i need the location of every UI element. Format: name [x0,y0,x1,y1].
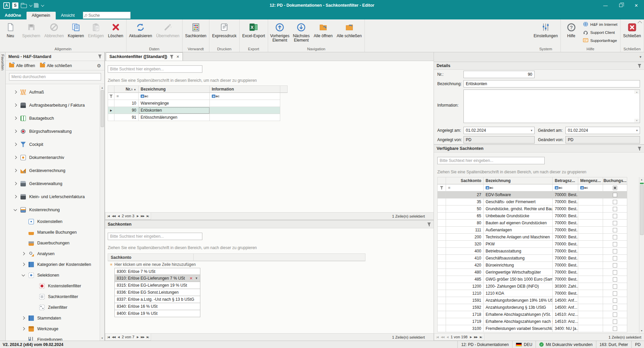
pager-next-icon[interactable]: ▶ [470,336,472,339]
tree-expand-icon[interactable] [13,104,18,107]
tree-item[interactable]: Geräteverwaltung [6,177,104,190]
checkbox[interactable] [613,193,617,197]
checkbox[interactable] [613,291,617,296]
column-header-betragsz[interactable]: Betragsz... [553,177,578,184]
abbrechen-button[interactable]: Abbrechen [42,20,66,46]
table-row[interactable]: ▶ 480 Geringwertige Wirtschaftsgüter 700… [437,269,644,276]
scroll-up-icon[interactable]: ▲ [634,90,639,94]
pin-icon[interactable] [170,55,174,59]
tab-allgemein[interactable]: Allgemein [27,12,56,19]
kopieren-button[interactable]: Kopieren [66,20,86,46]
table-row[interactable]: ▶ 111 Außenanlagen 70000: Best... [437,227,644,234]
language-indicator[interactable]: DEU [512,341,536,348]
scrollbar-thumb[interactable] [101,90,104,127]
tree-item[interactable]: Geräteverrechnung [6,164,104,177]
table-row[interactable]: ▶ 90 Erlöskonten [108,107,434,114]
pager-prev-icon[interactable]: ◀ [118,336,119,339]
checkbox[interactable] [613,249,617,253]
hilfe-button[interactable]: ? Hilfe [561,20,581,46]
list-item[interactable]: ▶ 8300: Erlöse 7 % USt ✕ ▼ [108,268,434,275]
checkbox[interactable] [613,298,617,303]
column-header-bezeichnung[interactable]: Bezeichnung [139,85,210,93]
tree-expand-icon[interactable] [32,306,37,309]
alle-schliessen-button[interactable]: Alle schließen [335,20,364,46]
tree-expand-icon[interactable] [21,338,27,341]
filter-cell-information[interactable]: aBC [210,93,280,100]
einstellungen-button[interactable]: Einstellungen [532,20,560,46]
checkbox[interactable] [613,312,617,317]
tree-expand-icon[interactable] [21,274,27,277]
filter-cell-bezeichnung[interactable]: aBC [139,93,210,100]
scrollbar-thumb[interactable] [640,185,644,235]
new-row-hint[interactable]: ✳ Hier klicken um eine neue Zeile hinzuz… [108,261,434,268]
support-client-link[interactable]: Support Client [583,30,617,36]
scroll-down-icon[interactable]: ▼ [634,119,639,122]
favoriten-tab-label[interactable]: Favoriten [1,54,5,341]
nr-field[interactable] [463,71,535,78]
tree-item[interactable]: Cockpit [6,138,104,151]
pager-prev-page-icon[interactable]: ◀◀ [112,336,115,339]
column-header-mengenz[interactable]: Mengenz... [578,177,603,184]
hf-im-internet-link[interactable]: H&F im Internet [583,21,617,27]
tree-item[interactable]: Analysen [6,248,104,259]
checkbox[interactable] [613,256,617,260]
tree-expand-icon[interactable] [13,117,18,120]
pager-last-icon[interactable]: ▶| [480,336,482,339]
tree-expand-icon[interactable] [13,143,18,146]
pin-icon[interactable] [638,64,641,68]
chevron-down-icon[interactable] [29,3,33,7]
tree-item[interactable]: Klein- und Lieferscheinfaktura [6,190,104,203]
menu-search-input[interactable] [9,73,101,80]
tree-expand-icon[interactable] [21,316,27,320]
open-icon[interactable] [21,4,27,8]
column-header-buchungs[interactable]: Buchungs... [603,177,627,184]
alle-schliessen-tree-button[interactable]: Alle schließen [40,63,72,68]
document-tab-sachkontenfilter[interactable]: Sachkontenfilter ([Standard]) ✕ [106,52,183,61]
dropdown-icon[interactable]: ▼ [195,277,198,280]
table-row[interactable]: ▶ 27 EDV-Software 70000: Best... [437,191,644,198]
tree-item[interactable]: Kostenstellen [6,216,104,227]
table-row[interactable]: ▶ 35 Geschäfts- oder Firmenwert 70000: B… [437,198,644,206]
checkbox[interactable] [613,305,617,310]
pager-next-page-icon[interactable]: ▶▶ [141,336,144,339]
ribbon-search[interactable] [83,12,131,19]
scroll-down-icon[interactable]: ▼ [639,328,644,333]
list-item[interactable]: ▶ 8340: Erlöse 16 % USt ✕ ▼ [108,303,434,310]
tree-expand-icon[interactable] [32,284,37,288]
column-header-information[interactable]: Information [210,85,280,93]
user-short-indicator[interactable]: PD [631,341,644,348]
minimize-button[interactable]: — [598,0,613,11]
loeschen-button[interactable]: Löschen [106,20,126,46]
table-row[interactable]: ▶ 1210 1210 KOA 70000: Best... [437,290,644,297]
table-row[interactable]: ▶ 320 PKW 70000: Best... [437,241,644,248]
tree-item[interactable]: Bautagebuch [6,112,104,125]
dokuarchiv-status[interactable]: ✓ Mit Dokuarchiv verbunden [536,341,596,348]
neu-button[interactable]: Neu [1,20,20,46]
restore-button[interactable] [613,0,629,11]
pager-next-page-icon[interactable]: ▶▶ [474,336,477,339]
tree-expand-icon[interactable] [13,130,18,133]
tree-expand-icon[interactable] [13,91,18,94]
sachkonten-search-input[interactable] [108,233,202,240]
table-row[interactable]: ▶ 50 Grundstücke, grndst. Rechte und Bau… [437,206,644,213]
table-row[interactable]: ▶ 91 Erlösschmälerungen [108,114,434,121]
table-row[interactable]: ▶ 1200 1200- Zahlungen DEB (INFO) 30300:… [437,283,644,290]
checkbox[interactable] [613,214,617,218]
table-row[interactable]: ▶ 200 Technische Anlagen und Maschinen 7… [437,234,644,241]
table-row[interactable]: ▶ 485 GWG größer 150 bis 1000 Euro (Samm… [437,276,644,283]
speichern-button[interactable]: Speichern [20,20,42,46]
remove-entry-icon[interactable]: ✕ [190,276,193,281]
tab-ansicht[interactable]: Ansicht [56,12,80,19]
expressdruck-button[interactable]: Expressdruck [210,20,239,46]
filter-cell-sachkonto[interactable]: = [446,184,484,191]
supportanfrage-link[interactable]: Supportanfrage [583,38,617,44]
scroll-up-icon[interactable]: ▲ [100,85,105,90]
filter-grid-search-input[interactable] [108,65,202,73]
tree-expand-icon[interactable] [13,156,18,159]
list-item[interactable]: ▶ 8336: Erlöse EG Sonst.Leistungen ✕ ▼ [108,289,434,296]
pin-icon[interactable] [638,147,641,151]
tree-item[interactable]: Einstellungen [6,334,104,341]
tree-expand-icon[interactable] [21,231,27,234]
table-row[interactable]: ▶ 3100 Fremdleistungen variabel Steuersc… [437,325,644,332]
checkbox[interactable] [613,270,617,275]
